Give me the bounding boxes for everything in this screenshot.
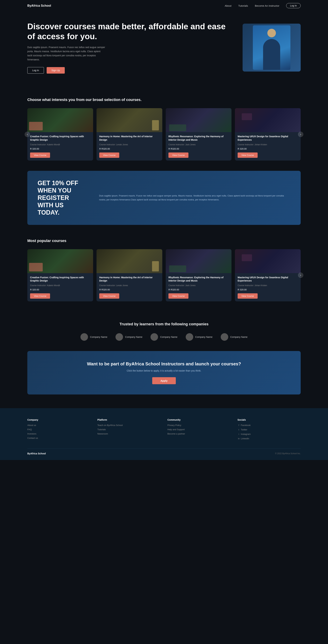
footer: CompanyAbout usFAQInvestorsContact usPla… <box>0 408 328 460</box>
footer-link[interactable]: FAQ <box>27 428 91 431</box>
company-circle <box>221 333 228 341</box>
company-logos: Company Name Company Name Company Name C… <box>27 333 301 341</box>
course-card: Creative Fusion: Crafting Inspiring Spac… <box>27 108 93 160</box>
footer-link[interactable]: Teach on ByAfrica School <box>97 424 161 426</box>
popular-section: Most popular courses Creative Fusion: Cr… <box>0 235 328 312</box>
footer-link[interactable]: i Instagram <box>237 433 301 436</box>
courses-section: Choose what interests you from our broad… <box>0 87 328 171</box>
course-body: Harmony in Home: Mastering the Art of In… <box>97 132 162 160</box>
footer-link[interactable]: f Facebook <box>237 424 301 427</box>
course-card: Rhythmic Resonance: Exploring the Harmon… <box>166 249 231 302</box>
course-card: Creative Fusion: Crafting Inspiring Spac… <box>27 249 93 302</box>
course-instructor: Course Instructor: Lerato Jones <box>99 284 160 287</box>
course-thumbnail <box>166 249 231 273</box>
course-body: Mastering UI/UX Design for Seamless Digi… <box>235 132 301 160</box>
view-course-button[interactable]: View Course <box>168 152 188 158</box>
course-card: Harmony in Home: Mastering the Art of In… <box>97 108 162 160</box>
course-thumbnail <box>235 249 301 273</box>
footer-link[interactable]: Newsroom <box>97 432 161 435</box>
courses-section-title: Choose what interests you from our broad… <box>27 98 301 102</box>
carousel-prev-button[interactable]: ‹ <box>25 132 30 137</box>
popular-section-title: Most popular courses <box>27 238 301 243</box>
course-instructor: Course Instructor: Jack Jones <box>168 284 229 287</box>
company-logo-item: Company Name <box>221 333 248 341</box>
course-instructor: Course Instructor: Kabelo Mondli <box>30 284 90 287</box>
hero-description: Duis sagittis ipsum. Praesent mauris. Fu… <box>27 45 106 62</box>
nav-link-about[interactable]: About <box>225 4 231 7</box>
course-instructor: Course Instructor: Jack Jones <box>168 144 229 146</box>
view-course-button[interactable]: View Course <box>30 293 50 299</box>
company-logo-item: Company Name <box>151 333 177 341</box>
nav-link-tutorials[interactable]: Tutorials <box>238 4 248 7</box>
nav-logo: ByAfrica School <box>27 4 51 8</box>
footer-link[interactable]: Become a partner <box>167 432 231 435</box>
course-body: Mastering UI/UX Design for Seamless Digi… <box>235 273 301 302</box>
course-price: R R320.00 <box>168 288 229 291</box>
hero-title: Discover courses made better, affordable… <box>27 22 229 41</box>
course-price: R 320.00 <box>30 148 90 150</box>
company-name: Company Name <box>230 336 248 338</box>
course-price: R R320.00 <box>168 148 229 150</box>
course-title: Harmony in Home: Mastering the Art of In… <box>99 276 160 282</box>
hero-buttons: Log In Sign Up <box>27 67 229 74</box>
trusted-title: Trusted by learners from the following c… <box>27 322 301 326</box>
course-card: Rhythmic Resonance: Exploring the Harmon… <box>166 108 231 160</box>
view-course-button[interactable]: View Course <box>238 293 258 299</box>
course-title: Rhythmic Resonance: Exploring the Harmon… <box>168 135 229 142</box>
hero-image-inner <box>253 25 290 70</box>
company-name: Company Name <box>195 336 212 338</box>
view-course-button[interactable]: View Course <box>99 152 119 158</box>
footer-link[interactable]: in LinkedIn <box>237 437 301 440</box>
carousel-next-button[interactable]: › <box>298 132 303 137</box>
popular-courses-wrapper: Creative Fusion: Crafting Inspiring Spac… <box>27 249 301 302</box>
footer-col-3: Socialsf Facebookt Twitteri Instagramin … <box>237 418 301 442</box>
course-card: Harmony in Home: Mastering the Art of In… <box>97 249 162 302</box>
view-course-button[interactable]: View Course <box>238 152 258 158</box>
footer-link[interactable]: t Twitter <box>237 428 301 431</box>
promo-text: Duis sagittis ipsum. Praesent mauris. Fu… <box>99 194 290 202</box>
company-circle <box>80 333 88 341</box>
company-name: Company Name <box>90 336 107 338</box>
view-course-button[interactable]: View Course <box>30 152 50 158</box>
course-title: Harmony in Home: Mastering the Art of In… <box>99 135 160 142</box>
social-icon: i <box>237 433 240 436</box>
hero-login-button[interactable]: Log In <box>27 67 44 74</box>
social-icon: in <box>237 437 240 440</box>
nav-links: About Tutorials Become An Instructor Log… <box>225 3 301 8</box>
course-card: Mastering UI/UX Design for Seamless Digi… <box>235 249 301 302</box>
footer-grid: CompanyAbout usFAQInvestorsContact usPla… <box>27 418 301 442</box>
course-body: Creative Fusion: Crafting Inspiring Spac… <box>27 273 93 302</box>
navbar: ByAfrica School About Tutorials Become A… <box>0 0 328 11</box>
footer-copyright: © 2022 ByAfrica School Inc. <box>275 452 301 455</box>
cta-apply-button[interactable]: Apply <box>152 377 176 384</box>
footer-link[interactable]: Tutorials <box>97 428 161 431</box>
company-logo-item: Company Name <box>186 333 212 341</box>
course-thumbnail <box>235 108 301 132</box>
hero-image <box>243 24 301 72</box>
footer-link[interactable]: About us <box>27 424 91 426</box>
cta-banner: Want to be part of ByAfrica School Instr… <box>27 351 301 394</box>
footer-link[interactable]: Help and Support <box>167 428 231 431</box>
course-title: Mastering UI/UX Design for Seamless Digi… <box>238 276 298 282</box>
course-card: Mastering UI/UX Design for Seamless Digi… <box>235 108 301 160</box>
course-price: R 320.00 <box>30 288 90 291</box>
trusted-section: Trusted by learners from the following c… <box>0 312 328 351</box>
footer-link[interactable]: Privacy Policy <box>167 424 231 426</box>
footer-col-0: CompanyAbout usFAQInvestorsContact us <box>27 418 91 442</box>
course-title: Mastering UI/UX Design for Seamless Digi… <box>238 135 298 142</box>
footer-col-2: CommunityPrivacy PolicyHelp and SupportB… <box>167 418 231 442</box>
footer-link[interactable]: Contact us <box>27 437 91 439</box>
course-body: Harmony in Home: Mastering the Art of In… <box>97 273 162 302</box>
footer-logo: ByAfrica School <box>27 452 46 455</box>
popular-carousel-next-button[interactable]: › <box>298 272 303 278</box>
course-price: R 320.00 <box>238 288 298 291</box>
hero-signup-button[interactable]: Sign Up <box>47 67 65 74</box>
view-course-button[interactable]: View Course <box>168 293 188 299</box>
company-logo-item: Company Name <box>116 333 142 341</box>
nav-link-instructor[interactable]: Become An Instructor <box>255 4 279 7</box>
view-course-button[interactable]: View Course <box>99 293 119 299</box>
course-price: R 320.00 <box>238 148 298 150</box>
footer-link[interactable]: Investors <box>27 432 91 435</box>
nav-login-button[interactable]: Log In <box>286 3 301 8</box>
footer-col-heading: Socials <box>237 418 301 421</box>
